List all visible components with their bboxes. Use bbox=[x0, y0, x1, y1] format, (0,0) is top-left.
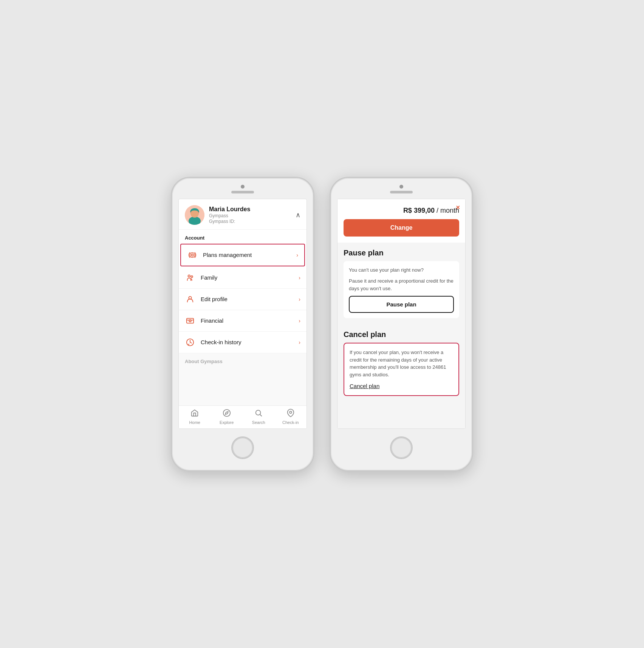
about-label: About Gympass bbox=[185, 359, 300, 364]
cancel-plan-link[interactable]: Cancel plan bbox=[350, 382, 379, 390]
speaker-right bbox=[390, 191, 413, 193]
plans-label: Plans management bbox=[203, 252, 296, 258]
svg-rect-8 bbox=[187, 318, 194, 323]
edit-profile-chevron: › bbox=[299, 296, 300, 302]
edit-profile-icon bbox=[185, 294, 195, 305]
avatar bbox=[185, 205, 204, 225]
nav-search[interactable]: Search bbox=[243, 409, 275, 425]
menu-item-plans[interactable]: Plans management › bbox=[180, 244, 305, 266]
svg-point-12 bbox=[223, 409, 230, 416]
phone-top-bar-right bbox=[331, 185, 472, 193]
svg-point-3 bbox=[191, 254, 194, 256]
about-section: About Gympass bbox=[179, 353, 307, 405]
bottom-nav: Home Explore Search bbox=[179, 405, 307, 428]
change-button[interactable]: Change bbox=[344, 219, 459, 237]
pause-plan-section: Pause plan You can't use your plan right… bbox=[337, 243, 465, 325]
nav-home[interactable]: Home bbox=[179, 409, 211, 425]
nav-checkin[interactable]: Check-in bbox=[275, 409, 307, 425]
edit-profile-label: Edit profile bbox=[201, 296, 299, 302]
left-phone-screen: Maria Lourdes Gympass Gympass ID: ∧ Acco… bbox=[178, 199, 307, 429]
phone-left: Maria Lourdes Gympass Gympass ID: ∧ Acco… bbox=[171, 177, 314, 472]
right-phone-screen: × R$ 399,00 / month Change Pause plan Yo… bbox=[337, 199, 466, 429]
user-name: Maria Lourdes bbox=[209, 206, 250, 213]
checkin-nav-label: Check-in bbox=[282, 420, 299, 425]
search-icon bbox=[254, 409, 263, 419]
explore-icon bbox=[223, 409, 231, 419]
phone-top-bar bbox=[172, 185, 313, 193]
menu-item-family[interactable]: Family › bbox=[179, 267, 307, 289]
search-label: Search bbox=[252, 420, 265, 425]
pause-plan-button[interactable]: Pause plan bbox=[349, 296, 454, 313]
checkin-chevron: › bbox=[299, 339, 300, 345]
cancel-plan-title: Cancel plan bbox=[344, 330, 459, 339]
home-label: Home bbox=[189, 420, 200, 425]
svg-point-14 bbox=[256, 410, 261, 415]
plans-management-screen: × R$ 399,00 / month Change Pause plan Yo… bbox=[337, 199, 465, 428]
svg-marker-13 bbox=[225, 411, 228, 414]
svg-point-4 bbox=[190, 252, 195, 257]
nav-explore[interactable]: Explore bbox=[211, 409, 243, 425]
svg-point-5 bbox=[188, 275, 190, 277]
account-header: Maria Lourdes Gympass Gympass ID: ∧ bbox=[179, 199, 307, 230]
phone-right: × R$ 399,00 / month Change Pause plan Yo… bbox=[330, 177, 473, 472]
pause-plan-title: Pause plan bbox=[344, 249, 459, 257]
financial-label: Financial bbox=[201, 317, 299, 324]
family-chevron: › bbox=[299, 275, 300, 281]
explore-label: Explore bbox=[220, 420, 234, 425]
plans-icon bbox=[187, 250, 198, 260]
user-info: Maria Lourdes Gympass Gympass ID: bbox=[209, 206, 250, 224]
menu-item-edit-profile[interactable]: Edit profile › bbox=[179, 289, 307, 310]
checkin-label: Check-in history bbox=[201, 339, 299, 345]
account-section-label: Account bbox=[179, 230, 307, 243]
home-button[interactable] bbox=[231, 436, 254, 459]
home-icon bbox=[190, 409, 199, 419]
cancel-plan-card: If you cancel your plan, you won't recei… bbox=[344, 343, 459, 396]
financial-icon bbox=[185, 315, 195, 326]
svg-point-6 bbox=[191, 275, 193, 277]
checkin-nav-icon bbox=[286, 409, 295, 419]
svg-point-16 bbox=[289, 411, 292, 413]
price-amount: R$ 399,00 bbox=[403, 207, 435, 214]
financial-chevron: › bbox=[299, 318, 300, 324]
pause-description-1: You can't use your plan right now? bbox=[349, 266, 454, 274]
menu-item-financial[interactable]: Financial › bbox=[179, 310, 307, 332]
front-camera-right bbox=[399, 185, 403, 189]
user-company: Gympass bbox=[209, 213, 250, 218]
speaker bbox=[231, 191, 254, 193]
family-icon bbox=[185, 272, 195, 283]
price-display: R$ 399,00 / month bbox=[344, 207, 459, 215]
close-button[interactable]: × bbox=[456, 204, 460, 212]
cancel-plan-section: Cancel plan If you cancel your plan, you… bbox=[337, 324, 465, 402]
plans-chevron: › bbox=[296, 252, 298, 258]
user-id: Gympass ID: bbox=[209, 219, 250, 224]
cancel-description: If you cancel your plan, you won't recei… bbox=[350, 349, 453, 378]
checkin-icon bbox=[185, 337, 195, 348]
front-camera bbox=[241, 185, 245, 189]
collapse-icon[interactable]: ∧ bbox=[296, 211, 300, 219]
family-label: Family bbox=[201, 274, 299, 281]
home-button-right[interactable] bbox=[390, 436, 413, 459]
price-section: × R$ 399,00 / month Change bbox=[337, 199, 465, 243]
menu-item-checkin[interactable]: Check-in history › bbox=[179, 332, 307, 353]
pause-plan-card: You can't use your plan right now? Pause… bbox=[344, 261, 459, 319]
pause-description-2: Pause it and receive a proportional cred… bbox=[349, 277, 454, 292]
svg-line-15 bbox=[260, 414, 262, 416]
